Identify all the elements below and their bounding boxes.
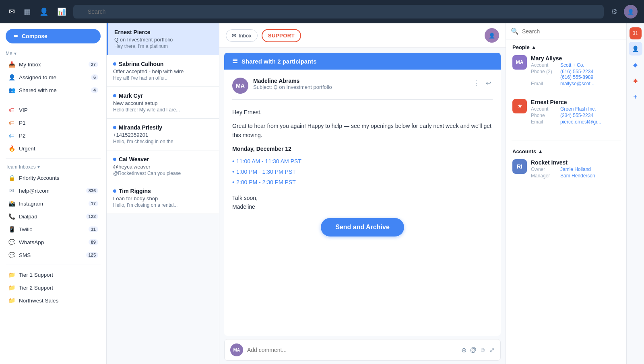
divider-3 — [6, 265, 101, 265]
top-nav: ✉ ▦ 👤 📊 🔍 ⚙ 👤 — [0, 0, 644, 23]
ernest-avatar: ★ — [512, 99, 527, 113]
ernest-phone1[interactable]: (234) 555-2234 — [560, 113, 593, 118]
shared-label: Shared with 2 participants — [242, 58, 317, 65]
ernest-email-value[interactable]: pierce.ernest@gr... — [560, 119, 601, 125]
sidebar-item-my-inbox[interactable]: 📥 My Inbox 27 — [2, 58, 104, 70]
mary-email-value[interactable]: mallyse@scot... — [560, 81, 594, 86]
sidebar-item-urgent[interactable]: 🔥 Urgent — [2, 142, 104, 154]
sidebar-item-sms[interactable]: 💬 SMS 125 — [2, 249, 104, 261]
time-slot-2[interactable]: 1:00 PM - 1:30 PM PST — [232, 167, 493, 176]
conv-subject-ernest: Q on Investment portfolio — [114, 37, 213, 43]
rocket-owner-value[interactable]: Jamie Holland — [560, 167, 591, 172]
chart-icon[interactable]: 📊 — [55, 5, 68, 19]
compose-button[interactable]: ✏ Compose — [6, 29, 101, 43]
sidebar-item-whatsapp[interactable]: 💬 WhatsApp 89 — [2, 236, 104, 248]
add-integration-button[interactable]: + — [629, 90, 642, 104]
email-sign-off: Talk soon, Madeline — [232, 193, 493, 212]
accounts-section-header: Accounts ▲ — [512, 148, 620, 154]
shared-label: Shared with me — [19, 87, 57, 93]
sidebar-item-northwest[interactable]: 📁 Northwest Sales — [2, 294, 104, 306]
right-sidebar-icons: 31 👤 ◆ ✱ + — [626, 23, 644, 364]
mary-account-value[interactable]: Scott + Co. — [560, 62, 584, 68]
accounts-collapse-icon[interactable]: ▲ — [538, 148, 543, 154]
support-tab-label: SUPPORT — [268, 33, 295, 39]
conv-item-tim[interactable]: Tim Riggins Loan for body shop Hello, I'… — [107, 182, 219, 214]
contacts-icon[interactable]: 👤 — [37, 5, 51, 19]
account-card-rocket: RI Rocket Invest Owner Jamie Holland Man… — [512, 159, 620, 179]
sms-label: SMS — [19, 252, 31, 258]
contacts-panel-icon[interactable]: 👤 — [629, 42, 642, 56]
email-content: Hey Ernest, Great to hear from you again… — [232, 108, 493, 212]
mary-phone2[interactable]: (616) 555-8989 — [560, 74, 593, 80]
sidebar-item-tier2[interactable]: 📁 Tier 2 Support — [2, 282, 104, 294]
sidebar-item-p1[interactable]: 🏷 P1 — [2, 117, 104, 129]
sidebar-item-assigned[interactable]: 👤 Assigned to me 6 — [2, 71, 104, 83]
support-tab[interactable]: SUPPORT — [262, 29, 301, 42]
conv-item-ernest[interactable]: Ernest Pierce Q on Investment portfolio … — [107, 23, 219, 55]
sign-name: Madeline — [232, 202, 493, 211]
right-search-icon: 🔍 — [511, 27, 519, 35]
settings-icon[interactable]: ⚙ — [609, 5, 620, 19]
mention-icon[interactable]: @ — [470, 346, 476, 354]
more-options-button[interactable]: ⋮ — [471, 78, 481, 88]
comment-input[interactable] — [247, 347, 457, 353]
ernest-account-value[interactable]: Green Flash Inc. — [560, 106, 596, 112]
add-comment-icon[interactable]: ⊕ — [461, 346, 466, 354]
inbox-tab[interactable]: ✉ Inbox — [226, 29, 258, 42]
time-slot-3[interactable]: 2:00 PM - 2:30 PM PST — [232, 178, 493, 187]
conv-subject-miranda: +14152359201 — [113, 132, 213, 138]
calendar-icon[interactable]: ▦ — [21, 5, 33, 19]
calendar-badge-icon[interactable]: 31 — [630, 27, 642, 39]
ernest-account-label: Account — [531, 106, 557, 112]
sidebar-item-instagram[interactable]: 📸 Instagram 17 — [2, 197, 104, 210]
conv-name-mark: Mark Cyr — [113, 93, 213, 99]
sidebar-item-dialpad[interactable]: 📞 Dialpad 122 — [2, 210, 104, 222]
top-search-input[interactable] — [73, 5, 604, 19]
conv-item-cal[interactable]: Cal Weaver @heycalweaver @RocketInvest C… — [107, 150, 219, 182]
expand-icon[interactable]: ⤢ — [489, 346, 495, 354]
mary-phones: (616) 555-2234 (616) 555-8989 — [560, 69, 593, 80]
nav-app-icons: ✉ ▦ 👤 📊 — [6, 5, 68, 19]
reply-button[interactable]: ↩ — [484, 78, 493, 88]
vip-tag-icon: 🏷 — [8, 107, 15, 113]
sidebar-item-vip[interactable]: 🏷 VIP — [2, 104, 104, 116]
shared-participants-bar: ☰ Shared with 2 participants — [224, 53, 501, 70]
sidebar-item-shared[interactable]: 👥 Shared with me 4 — [2, 84, 104, 96]
mary-name: Mary Allyse — [531, 55, 594, 62]
mary-avatar: MA — [512, 55, 527, 70]
help-email-icon: ✉ — [8, 187, 15, 194]
rocket-owner-label: Owner — [531, 167, 557, 172]
sidebar-item-help-email[interactable]: ✉ help@ri.com 836 — [2, 185, 104, 197]
sidebar-item-tier1[interactable]: 📁 Tier 1 Support — [2, 269, 104, 281]
inbox-icon-tab: ✉ — [232, 33, 236, 39]
people-collapse-icon[interactable]: ▲ — [531, 44, 537, 50]
mail-icon[interactable]: ✉ — [6, 5, 17, 19]
conv-item-miranda[interactable]: Miranda Priestly +14152359201 Hello, I'm… — [107, 119, 219, 150]
rocket-avatar: RI — [512, 159, 527, 174]
comment-icons: ⊕ @ ☺ ⤢ — [461, 346, 495, 354]
urgent-label: Urgent — [19, 146, 35, 152]
whatsapp-badge: 89 — [89, 239, 98, 245]
shared-badge: 4 — [91, 87, 98, 93]
conv-preview-sabrina: Hey all! I've had an offer... — [113, 75, 213, 81]
sidebar-item-priority-accounts[interactable]: 🔒 Priority Accounts — [2, 172, 104, 184]
mary-phone1[interactable]: (616) 555-2234 — [560, 69, 593, 74]
conversation-avatar: 👤 — [485, 28, 499, 43]
p2-tag-icon: 🏷 — [8, 132, 15, 139]
conv-item-mark[interactable]: Mark Cyr New account setup Hello there! … — [107, 87, 219, 119]
sidebar-item-twilio[interactable]: 📱 Twilio 31 — [2, 223, 104, 235]
sidebar-item-p2[interactable]: 🏷 P2 — [2, 130, 104, 142]
user-avatar[interactable]: 👤 — [624, 5, 638, 19]
send-archive-button[interactable]: Send and Archive — [321, 218, 404, 236]
email-scrollable: ☰ Shared with 2 participants MA Madeline… — [219, 48, 506, 336]
unread-dot-miranda — [113, 126, 116, 129]
diamond-icon[interactable]: ◆ — [629, 58, 642, 72]
ernest-name: Ernest Pierce — [531, 99, 601, 105]
conv-item-sabrina[interactable]: Sabrina Calhoun Offer accepted - help wi… — [107, 55, 219, 87]
email-actions: ⋮ ↩ — [471, 78, 493, 88]
right-search-input[interactable] — [522, 28, 621, 35]
time-slot-1[interactable]: 11:00 AM - 11:30 AM PST — [232, 157, 493, 166]
sales-icon[interactable]: ✱ — [629, 74, 642, 88]
rocket-manager-value[interactable]: Sam Henderson — [560, 173, 595, 179]
emoji-icon[interactable]: ☺ — [480, 346, 486, 354]
